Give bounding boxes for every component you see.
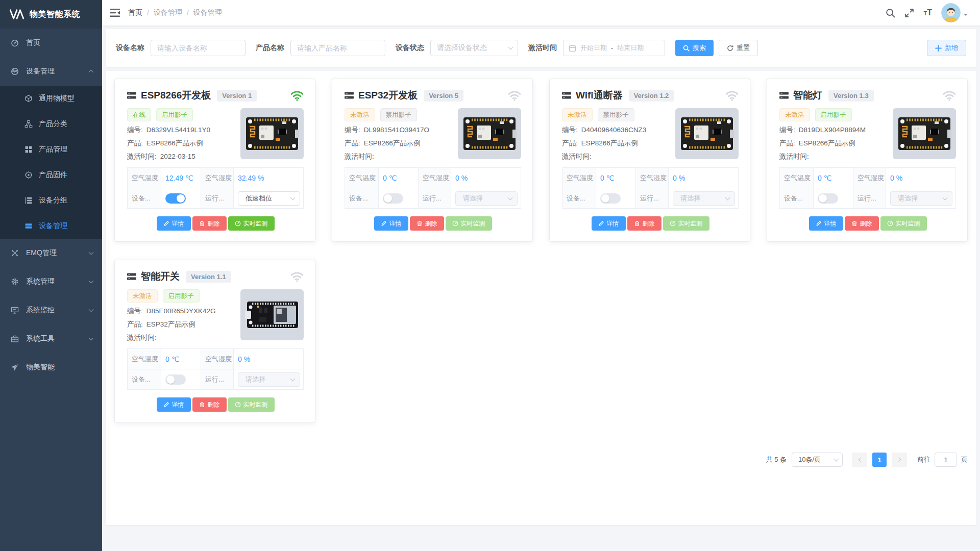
sidebar-item-product-category[interactable]: 产品分类 — [0, 111, 102, 137]
chevron-down-icon — [290, 376, 296, 381]
pencil-icon — [163, 220, 169, 227]
product-line: 产品:ESP8266产品示例 — [127, 139, 236, 148]
wifi-status-icon — [725, 90, 739, 101]
goto-page-input[interactable] — [935, 453, 957, 467]
run-mode-select[interactable]: 请选择 — [673, 191, 735, 206]
card-actions: 详情 删除 实时监测 — [779, 216, 956, 231]
temperature-label: 空气温度 — [345, 168, 379, 188]
device-switch-label: 设备... — [780, 188, 814, 209]
sidebar-item-home[interactable]: 首页 — [0, 29, 102, 57]
monitor-button[interactable]: 实时监测 — [228, 397, 275, 412]
detail-button[interactable]: 详情 — [374, 216, 408, 231]
app-logo[interactable]: 物美智能系统 — [0, 0, 102, 29]
search-button[interactable]: 搜索 — [675, 40, 714, 56]
sidebar-item-product-management[interactable]: 产品管理 — [0, 137, 102, 162]
sidebar-item-system-management[interactable]: 系统管理 — [0, 267, 102, 296]
font-size-icon[interactable]: TT — [923, 9, 932, 17]
product-line: 产品:ESP32产品示例 — [127, 320, 236, 329]
sidebar-item-label: 设备分组 — [39, 196, 67, 205]
device-switch[interactable] — [165, 193, 186, 204]
search-icon[interactable] — [886, 8, 895, 18]
sidebar-item-thing-model[interactable]: 通用物模型 — [0, 86, 102, 111]
board-esp8266 — [461, 114, 518, 153]
delete-button[interactable]: 删除 — [192, 216, 227, 231]
wifi-status-icon — [290, 271, 304, 282]
monitor-button[interactable]: 实时监测 — [880, 216, 927, 231]
device-status-select[interactable]: 请选择设备状态 — [430, 40, 518, 56]
activation-time-line: 激活时间: — [562, 152, 671, 161]
sidebar-item-system-monitor[interactable]: 系统监控 — [0, 296, 102, 324]
user-menu[interactable] — [941, 3, 968, 22]
device-status-filter: 设备状态 请选择设备状态 — [396, 40, 518, 56]
chevron-down-icon — [508, 195, 513, 200]
monitor-button[interactable]: 实时监测 — [446, 216, 492, 231]
page-size-select[interactable]: 10条/页 — [792, 453, 843, 467]
detail-button[interactable]: 详情 — [809, 216, 843, 231]
delete-button[interactable]: 删除 — [627, 216, 662, 231]
humidity-label: 空气湿度 — [853, 168, 886, 188]
run-mode-label: 运行... — [636, 188, 669, 209]
sidebar-item-label: 系统工具 — [26, 334, 55, 343]
sidebar-item-label: 产品分类 — [39, 119, 67, 129]
card-actions: 详情 删除 实时监测 — [562, 216, 739, 231]
run-mode-label: 运行... — [201, 369, 234, 390]
delete-button[interactable]: 删除 — [845, 216, 879, 231]
device-info: 未激活 禁用影子 编号:DL9981541O39417O 产品:ESP8266产… — [345, 108, 454, 161]
sidebar: 物美智能系统 首页 设备管理 通用物模型 产品分类 产品管理 — [0, 0, 102, 551]
delete-button[interactable]: 删除 — [410, 216, 444, 231]
sidebar-collapse-icon[interactable] — [110, 8, 120, 17]
detail-button[interactable]: 详情 — [157, 397, 191, 412]
grid-icon — [24, 145, 33, 154]
sidebar-item-label: 产品固件 — [39, 170, 67, 180]
device-switch[interactable] — [818, 193, 838, 204]
breadcrumb-device-management[interactable]: 设备管理 — [154, 8, 182, 17]
chevron-down-icon — [89, 336, 94, 341]
device-switch[interactable] — [383, 193, 403, 204]
sidebar-item-system-tools[interactable]: 系统工具 — [0, 324, 102, 353]
activation-time-line: 激活时间: — [127, 333, 236, 342]
card-header: 智能开关 Version 1.1 — [127, 270, 304, 283]
chevron-down-icon — [943, 195, 948, 200]
sidebar-item-device-management[interactable]: 设备管理 — [0, 57, 102, 86]
current-page[interactable]: 1 — [872, 453, 887, 467]
start-date-placeholder: 开始日期 — [580, 43, 607, 53]
device-info: 在线 启用影子 编号:D6329VL54419L1Y0 产品:ESP8266产品… — [127, 108, 236, 161]
device-switch[interactable] — [165, 374, 186, 385]
date-range-picker[interactable]: 开始日期 - 结束日期 — [563, 40, 665, 56]
device-icon — [779, 91, 789, 99]
run-mode-select[interactable]: 请选择 — [455, 191, 518, 206]
breadcrumb-separator: / — [147, 9, 149, 17]
run-mode-select[interactable]: 请选择 — [238, 372, 300, 387]
run-mode-label: 运行... — [853, 188, 886, 209]
temperature-value: 0 ℃ — [379, 168, 419, 188]
card-header: 智能灯 Version 1.3 — [779, 89, 956, 102]
serial-line: 编号:DL9981541O39417O — [345, 126, 454, 135]
detail-button[interactable]: 详情 — [157, 216, 191, 231]
sidebar-item-wumei-smart[interactable]: 物美智能 — [0, 353, 102, 382]
delete-button[interactable]: 删除 — [192, 397, 227, 412]
monitor-button[interactable]: 实时监测 — [663, 216, 709, 231]
run-mode-select[interactable]: 请选择 — [890, 191, 952, 206]
activation-time-filter: 激活时间 开始日期 - 结束日期 — [528, 40, 665, 56]
firmware-version-badge: Version 1.1 — [186, 271, 231, 283]
device-switch-label: 设备... — [562, 188, 596, 209]
run-mode-select[interactable]: 低速档位 — [238, 191, 300, 206]
sidebar-item-device-management-active[interactable]: 设备管理 — [0, 213, 102, 239]
product-name-input[interactable] — [290, 40, 385, 56]
detail-button[interactable]: 详情 — [592, 216, 626, 231]
sidebar-item-product-firmware[interactable]: 产品固件 — [0, 162, 102, 188]
prev-page-button[interactable] — [852, 453, 867, 467]
end-date-placeholder: 结束日期 — [617, 43, 644, 53]
sidebar-item-label: 通用物模型 — [39, 94, 75, 103]
sidebar-item-emq[interactable]: EMQ管理 — [0, 239, 102, 267]
monitor-button[interactable]: 实时监测 — [228, 216, 275, 231]
fullscreen-icon[interactable] — [904, 8, 914, 18]
next-page-button[interactable] — [892, 453, 907, 467]
device-management-submenu: 通用物模型 产品分类 产品管理 产品固件 设备分组 设备管理 — [0, 86, 102, 239]
add-device-button[interactable]: 新增 — [927, 40, 966, 56]
sidebar-item-device-group[interactable]: 设备分组 — [0, 188, 102, 213]
device-switch[interactable] — [600, 193, 621, 204]
device-name-input[interactable] — [151, 40, 246, 56]
reset-button[interactable]: 重置 — [719, 40, 758, 56]
breadcrumb-home[interactable]: 首页 — [128, 8, 142, 17]
